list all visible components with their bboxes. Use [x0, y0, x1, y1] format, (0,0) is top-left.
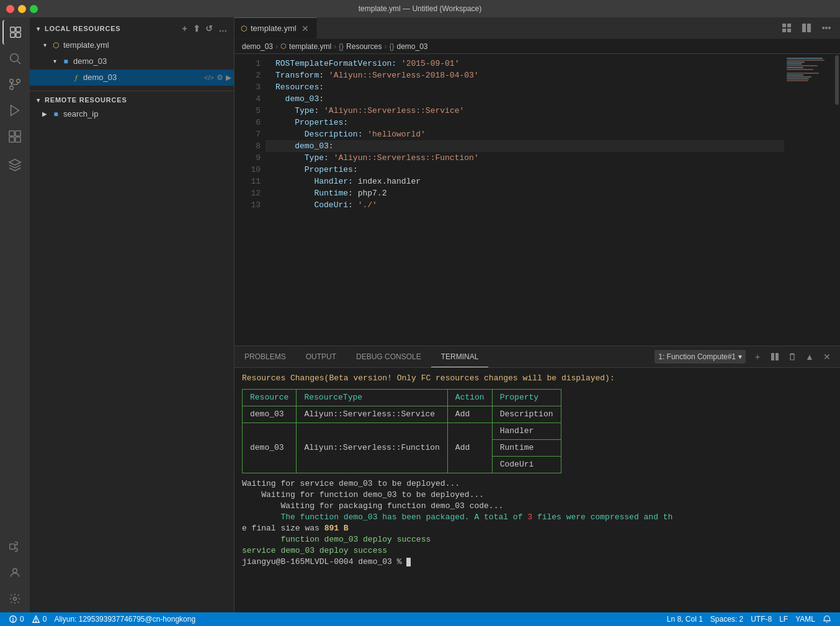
sidebar: ▾ LOCAL RESOURCES + ⬆ ↺ … ▾ ⬡ template.y…	[30, 17, 235, 612]
new-terminal-icon[interactable]: +	[749, 349, 766, 365]
refresh-local-icon[interactable]: ↺	[204, 22, 215, 35]
tab-terminal[interactable]: TERMINAL	[431, 346, 489, 367]
fullscreen-button[interactable]	[30, 5, 38, 13]
status-aliyun[interactable]: Aliyun: 1295393937746795@cn-hongkong	[50, 615, 199, 624]
svg-rect-17	[802, 24, 806, 32]
code-editor[interactable]: ROSTemplateFormatVersion: '2015-09-01' T…	[266, 54, 784, 346]
traffic-lights	[6, 5, 38, 13]
code-line-1: ROSTemplateFormatVersion: '2015-09-01'	[266, 58, 784, 69]
language-label: YAML	[795, 615, 815, 624]
demo-03-service-label: demo_03	[73, 55, 231, 68]
add-local-icon[interactable]: +	[181, 22, 189, 35]
function-item-actions: </> ⚙ ▶	[204, 71, 231, 84]
breadcrumb-demo03-2[interactable]: demo_03	[396, 42, 427, 51]
tab-output[interactable]: OUTPUT	[296, 346, 346, 367]
titlebar: template.yml — Untitled (Workspace)	[0, 0, 840, 17]
code-line-7: Description: 'helloworld'	[266, 128, 784, 140]
code-line-9: Type: 'Aliyun::Serverless::Function'	[266, 152, 784, 164]
panel-close-icon[interactable]: ✕	[819, 349, 835, 365]
settings-activity-icon[interactable]	[2, 586, 27, 611]
aliyun-account-label: Aliyun: 1295393937746795@cn-hongkong	[54, 615, 195, 624]
code-line-6: Properties:	[266, 117, 784, 128]
delete-terminal-icon[interactable]	[784, 349, 800, 365]
upload-local-icon[interactable]: ⬆	[192, 22, 202, 35]
remote-resources-header[interactable]: ▾ REMOTE RESOURCES	[30, 94, 234, 106]
terminal-selector[interactable]: 1: Function Compute#1 ▾	[655, 350, 746, 364]
svg-rect-2	[11, 33, 15, 37]
spaces-label: Spaces: 2	[710, 615, 743, 624]
layout-icon[interactable]	[778, 19, 795, 37]
table-cell-property-1: Description	[492, 406, 561, 423]
breadcrumb-resources[interactable]: Resources	[346, 42, 382, 51]
breadcrumb-demo03[interactable]: demo_03	[242, 42, 273, 51]
terminal-line-4: The function demo_03 has been packaged. …	[242, 512, 833, 523]
more-local-icon[interactable]: …	[217, 22, 229, 35]
plugins-activity-icon[interactable]	[2, 534, 27, 559]
tab-bar-actions: •••	[778, 17, 840, 38]
terminal-prompt: jiangyu@B-165MLVDL-0004 demo_03 %	[242, 557, 833, 568]
bottom-panel: PROBLEMS OUTPUT DEBUG CONSOLE TERMINAL 1…	[235, 346, 840, 612]
extensions-activity-icon[interactable]	[2, 124, 27, 149]
split-editor-icon[interactable]	[798, 19, 815, 37]
source-control-activity-icon[interactable]	[2, 72, 27, 97]
status-cursor-pos[interactable]: Ln 8, Col 1	[663, 615, 707, 624]
remote-resources-title: REMOTE RESOURCES	[45, 96, 229, 104]
local-resources-title: LOCAL RESOURCES	[45, 25, 181, 32]
minimize-button[interactable]	[18, 5, 26, 13]
status-bar-left: 0 0 Aliyun: 1295393937746795@cn-hongkong	[5, 615, 199, 624]
config-action-icon[interactable]: ⚙	[217, 71, 223, 84]
search-activity-icon[interactable]	[2, 46, 27, 71]
table-cell-resource-1: demo_03	[243, 406, 297, 423]
editor-vertical-scrollbar[interactable]	[834, 54, 840, 346]
code-line-5: Type: 'Aliyun::Serverless::Service'	[266, 105, 784, 117]
status-spaces[interactable]: Spaces: 2	[707, 615, 747, 624]
tab-debug-console[interactable]: DEBUG CONSOLE	[346, 346, 431, 367]
eol-label: LF	[779, 615, 788, 624]
status-notifications[interactable]	[819, 615, 835, 624]
table-cell-type-2: Aliyun::Serverless::Function	[297, 423, 447, 473]
local-resources-header[interactable]: ▾ LOCAL RESOURCES + ⬆ ↺ …	[30, 20, 234, 37]
search-ip-chevron: ▶	[41, 110, 48, 118]
status-warnings[interactable]: 0	[28, 615, 51, 624]
status-language[interactable]: YAML	[792, 615, 819, 624]
split-terminal-icon[interactable]	[767, 349, 783, 365]
fc-activity-icon[interactable]	[2, 153, 27, 177]
run-debug-activity-icon[interactable]	[2, 98, 27, 123]
terminal-content[interactable]: Resources Changes(Beta version! Only FC …	[235, 368, 840, 612]
demo-03-service-chevron: ▾	[51, 58, 58, 65]
tab-label: template.yml	[251, 24, 297, 33]
breadcrumb-brace-1: {}	[339, 42, 344, 51]
explorer-activity-icon[interactable]	[2, 20, 27, 45]
template-yml-item[interactable]: ▾ ⬡ template.yml	[30, 37, 234, 53]
breadcrumb-template-yml[interactable]: template.yml	[289, 42, 331, 51]
code-line-4: demo_03:	[266, 93, 784, 105]
demo-03-service-item[interactable]: ▾ ■ demo_03	[30, 53, 234, 69]
svg-rect-18	[807, 24, 811, 32]
svg-line-5	[17, 61, 20, 64]
status-eol[interactable]: LF	[775, 615, 792, 624]
run-action-icon[interactable]: ▶	[226, 71, 231, 84]
tab-problems[interactable]: PROBLEMS	[235, 346, 296, 367]
table-cell-action-1: Add	[447, 406, 492, 423]
search-ip-item[interactable]: ▶ ■ search_ip	[30, 106, 234, 122]
status-encoding[interactable]: UTF-8	[747, 615, 775, 624]
status-errors[interactable]: 0	[5, 615, 28, 624]
breadcrumb-yaml-icon: ⬡	[280, 42, 287, 50]
demo-03-function-item[interactable]: ▶ 𝑓 demo_03 </> ⚙ ▶	[30, 69, 234, 86]
svg-point-7	[10, 86, 14, 90]
local-resources-section: ▾ LOCAL RESOURCES + ⬆ ↺ … ▾ ⬡ template.y…	[30, 17, 234, 88]
code-action-icon[interactable]: </>	[204, 71, 214, 84]
tab-close-button[interactable]: ✕	[300, 24, 310, 34]
local-resources-chevron: ▾	[35, 25, 42, 32]
more-actions-icon[interactable]: •••	[818, 19, 835, 37]
panel-maximize-icon[interactable]: ▲	[802, 349, 818, 365]
status-bar-right: Ln 8, Col 1 Spaces: 2 UTF-8 LF YAML	[663, 615, 835, 624]
table-cell-action-2: Add	[447, 423, 492, 473]
template-yml-tab[interactable]: ⬡ template.yml ✕	[235, 17, 317, 38]
account-activity-icon[interactable]	[2, 560, 27, 585]
close-button[interactable]	[6, 5, 14, 13]
svg-point-23	[13, 620, 14, 621]
breadcrumb-sep-2: ›	[334, 42, 336, 51]
demo-03-function-label: demo_03	[83, 71, 204, 84]
svg-rect-11	[16, 131, 20, 136]
